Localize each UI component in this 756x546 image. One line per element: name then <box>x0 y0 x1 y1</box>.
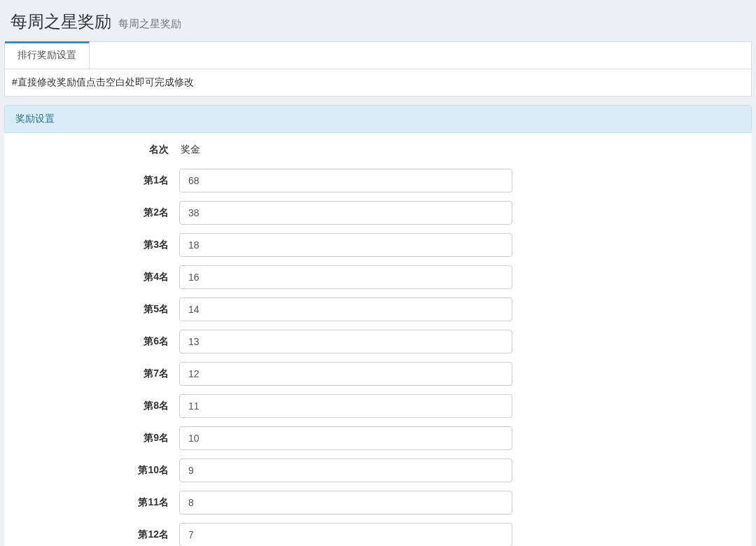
reward-input[interactable] <box>179 426 512 450</box>
rank-label: 第8名 <box>15 400 179 412</box>
header-row: 名次 奖金 <box>15 144 741 156</box>
panel-body: 名次 奖金 第1名 第2名 第3名 第4名 <box>4 133 752 546</box>
reward-input[interactable] <box>179 298 512 321</box>
reward-input[interactable] <box>179 265 512 289</box>
panel-heading: 奖励设置 <box>4 105 752 133</box>
page-title: 每周之星奖励 <box>10 12 111 31</box>
reward-input[interactable] <box>179 362 512 386</box>
reward-input[interactable] <box>179 233 512 257</box>
table-row: 第3名 <box>15 233 741 257</box>
rank-label: 第11名 <box>15 496 179 509</box>
tabs-box: 排行奖励设置 #直接修改奖励值点击空白处即可完成修改 <box>4 41 752 97</box>
rank-label: 第1名 <box>15 174 179 187</box>
reward-input[interactable] <box>179 394 512 418</box>
reward-input[interactable] <box>179 458 512 482</box>
rank-label: 第12名 <box>15 528 179 541</box>
page-header: 每周之星奖励 每周之星奖励 <box>0 0 756 41</box>
rank-label: 第5名 <box>15 303 179 316</box>
table-row: 第4名 <box>15 265 741 289</box>
table-row: 第8名 <box>15 394 741 418</box>
rank-label: 第6名 <box>15 335 179 348</box>
reward-input[interactable] <box>179 169 512 192</box>
tabs-header: 排行奖励设置 <box>5 42 751 69</box>
hint-text: #直接修改奖励值点击空白处即可完成修改 <box>12 76 194 88</box>
table-row: 第5名 <box>15 298 741 321</box>
table-row: 第9名 <box>15 426 741 450</box>
column-header-rank: 名次 <box>15 144 179 156</box>
table-row: 第7名 <box>15 362 741 386</box>
reward-input[interactable] <box>179 330 512 354</box>
reward-input[interactable] <box>179 523 512 546</box>
table-row: 第1名 <box>15 169 741 192</box>
reward-input[interactable] <box>179 201 512 225</box>
table-row: 第12名 <box>15 523 741 546</box>
tabs-body: #直接修改奖励值点击空白处即可完成修改 <box>5 69 751 96</box>
column-header-reward: 奖金 <box>179 144 200 156</box>
content-area: 排行奖励设置 #直接修改奖励值点击空白处即可完成修改 奖励设置 名次 奖金 第1… <box>0 41 756 546</box>
panel-reward-settings: 奖励设置 名次 奖金 第1名 第2名 第3名 <box>4 105 752 546</box>
reward-input[interactable] <box>179 491 512 514</box>
rank-label: 第4名 <box>15 271 179 284</box>
table-row: 第2名 <box>15 201 741 225</box>
table-row: 第11名 <box>15 491 741 514</box>
form-reward: 名次 奖金 第1名 第2名 第3名 第4名 <box>15 144 741 546</box>
tab-ranking-settings[interactable]: 排行奖励设置 <box>5 41 90 69</box>
table-row: 第10名 <box>15 458 741 482</box>
page-subtitle: 每周之星奖励 <box>118 18 181 29</box>
rank-label: 第7名 <box>15 368 179 380</box>
table-row: 第6名 <box>15 330 741 354</box>
rank-label: 第2名 <box>15 206 179 219</box>
rank-label: 第3名 <box>15 239 179 251</box>
rank-label: 第9名 <box>15 432 179 444</box>
rank-label: 第10名 <box>15 464 179 477</box>
